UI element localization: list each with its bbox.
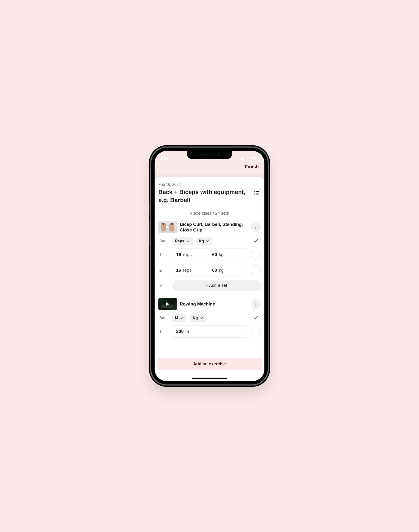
set-input-box[interactable]: 16 reps 60 kg (172, 248, 247, 261)
svg-rect-3 (243, 157, 244, 160)
exercise-block: Bicep Curl, Barbell, Standing, Close Gri… (158, 221, 261, 291)
svg-point-14 (255, 225, 256, 226)
exercise-more-button[interactable] (251, 223, 261, 232)
finish-button[interactable]: Finish (245, 164, 259, 170)
play-icon (158, 221, 177, 233)
add-set-button[interactable]: + Add a set (172, 280, 261, 291)
wifi-icon (246, 157, 250, 160)
phone-frame: 9:41 Finish Feb 16, 2022 Back + Biceps (150, 147, 269, 385)
svg-point-8 (254, 191, 255, 192)
svg-point-17 (255, 302, 256, 303)
set-number: 3 (159, 283, 169, 288)
exercise-header: Rowing Machine (158, 298, 261, 310)
more-vertical-icon (253, 225, 258, 230)
exercise-name: Rowing Machine (180, 301, 248, 307)
exercise-name: Bicep Curl, Barbell, Standing, Close Gri… (180, 222, 248, 233)
set-row: 2 16 reps 60 kg (158, 264, 261, 276)
exercise-block: Rowing Machine Set M Kg (158, 298, 261, 338)
svg-point-19 (255, 305, 256, 306)
set-done-toggle[interactable] (251, 250, 261, 260)
svg-point-10 (254, 193, 255, 193)
workout-date: Feb 16, 2022 (158, 183, 261, 187)
home-indicator[interactable] (192, 378, 227, 379)
exercise-thumbnail[interactable] (158, 221, 177, 233)
chevron-down-icon (206, 239, 210, 243)
summary-exercise-count: 4 (190, 211, 193, 216)
status-time: 9:41 (161, 156, 168, 161)
set-number: 1 (159, 329, 169, 334)
exercise-header: Bicep Curl, Barbell, Standing, Close Gri… (158, 221, 261, 233)
column-headers: Set Reps Kg (158, 237, 261, 245)
metric-b-select[interactable]: Kg (190, 314, 206, 322)
svg-point-12 (254, 194, 255, 195)
set-input-box[interactable]: 16 reps 60 kg (172, 264, 247, 276)
add-exercise-button[interactable]: Add an exercise (157, 358, 262, 370)
metric-a-select[interactable]: M (172, 314, 186, 322)
set-done-toggle[interactable] (251, 265, 261, 275)
svg-rect-2 (242, 158, 243, 160)
workout-summary: 4 exercises / 24 sets (158, 211, 261, 216)
title-row: Back + Biceps with equipment, e.g. Barbe… (158, 188, 261, 204)
svg-point-18 (255, 304, 256, 304)
svg-rect-0 (240, 159, 240, 160)
workout-sheet: Feb 16, 2022 Back + Biceps with equipmen… (155, 177, 264, 381)
chevron-down-icon (186, 239, 190, 243)
screen: 9:41 Finish Feb 16, 2022 Back + Biceps (155, 151, 264, 381)
set-done-toggle[interactable] (251, 327, 261, 336)
set-row: 1 200 m – (158, 325, 261, 338)
set-row: 1 16 reps 60 kg (158, 248, 261, 261)
col-set-label: Set (159, 316, 169, 320)
set-number: 2 (159, 268, 169, 273)
more-vertical-icon (253, 302, 258, 306)
reorder-button[interactable] (253, 189, 261, 197)
top-actions: Finish (155, 162, 264, 173)
set-number: 1 (159, 252, 169, 257)
set-input-box[interactable]: 200 m – (172, 325, 247, 338)
check-icon (253, 238, 259, 244)
list-icon (254, 190, 260, 196)
col-set-label: Set (159, 239, 169, 244)
exercise-more-button[interactable] (251, 299, 261, 309)
workout-title: Back + Biceps with equipment, e.g. Barbe… (158, 188, 250, 204)
check-column-header (253, 315, 261, 321)
signal-icon (240, 157, 245, 160)
metric-b-select[interactable]: Kg (196, 237, 212, 245)
battery-icon (252, 157, 258, 160)
summary-set-count: 24 (215, 211, 220, 216)
check-icon (253, 315, 259, 320)
add-set-row: 3 + Add a set (158, 280, 261, 291)
svg-rect-1 (241, 158, 242, 160)
status-right (240, 157, 258, 160)
svg-point-16 (255, 228, 256, 229)
svg-point-4 (248, 159, 249, 160)
chevron-down-icon (200, 316, 204, 320)
svg-point-15 (255, 227, 256, 227)
svg-rect-7 (258, 158, 258, 159)
chevron-down-icon (180, 316, 184, 320)
exercise-thumbnail[interactable] (158, 298, 177, 310)
svg-rect-6 (252, 158, 257, 159)
notch (187, 151, 232, 159)
metric-a-select[interactable]: Reps (172, 237, 193, 245)
play-icon (158, 298, 177, 310)
check-column-header (253, 238, 261, 245)
column-headers: Set M Kg (158, 314, 261, 322)
